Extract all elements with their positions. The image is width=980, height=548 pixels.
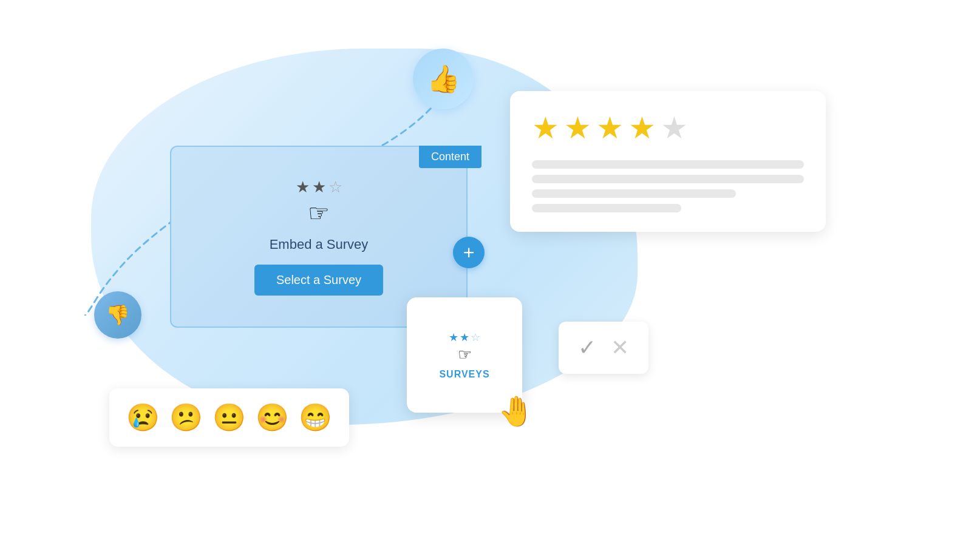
emoji-happy: 😊 <box>256 402 289 433</box>
review-star-3: ★ <box>596 110 624 146</box>
review-card: ★ ★ ★ ★ ★ <box>510 91 826 232</box>
star-2: ★ <box>312 178 326 197</box>
review-stars: ★ ★ ★ ★ ★ <box>532 110 804 146</box>
star-3: ☆ <box>328 178 342 197</box>
check-x-card: ✓ ✕ <box>559 322 648 374</box>
review-star-5: ★ <box>661 110 688 146</box>
review-line-1 <box>532 160 804 169</box>
plus-icon: + <box>463 243 475 262</box>
thumbs-down-circle: 👎 <box>94 291 141 339</box>
review-line-3 <box>532 189 736 198</box>
surveys-star-3: ☆ <box>471 331 480 344</box>
emoji-crying: 😢 <box>126 402 160 433</box>
hand-cursor-icon: ☞ <box>296 199 342 227</box>
x-icon: ✕ <box>611 335 629 360</box>
review-line-2 <box>532 175 804 183</box>
surveys-stars-hand: ★ ★ ☆ ☞ <box>449 331 480 364</box>
star-1: ★ <box>296 178 310 197</box>
emoji-very-happy: 😁 <box>299 402 332 433</box>
emoji-neutral: 😐 <box>213 402 246 433</box>
thumbs-down-icon: 👎 <box>106 303 130 326</box>
review-lines <box>532 160 804 212</box>
stars-hand-graphic: ★ ★ ☆ ☞ <box>296 178 342 227</box>
review-line-4 <box>532 204 681 212</box>
content-label: Content <box>419 146 481 168</box>
review-star-1: ★ <box>532 110 559 146</box>
surveys-star-1: ★ <box>449 331 458 344</box>
surveys-hand-icon: ☞ <box>449 345 480 364</box>
review-star-4: ★ <box>628 110 656 146</box>
plus-button[interactable]: + <box>453 237 485 268</box>
main-scene: 👍 👎 ★ ★ ☆ ☞ Embed a Survey Select a Surv… <box>0 0 980 548</box>
surveys-star-2: ★ <box>460 331 469 344</box>
embed-title: Embed a Survey <box>270 237 369 252</box>
emoji-sad: 😕 <box>169 402 203 433</box>
review-star-2: ★ <box>564 110 591 146</box>
check-icon: ✓ <box>578 335 596 360</box>
select-survey-button[interactable]: Select a Survey <box>254 265 383 296</box>
thumbs-up-circle: 👍 <box>413 49 474 109</box>
surveys-label: SURVEYS <box>439 369 489 380</box>
thumbs-up-icon: 👍 <box>427 63 460 95</box>
emoji-card: 😢 😕 😐 😊 😁 <box>109 388 349 447</box>
drag-cursor-icon: 🤚 <box>498 394 534 428</box>
